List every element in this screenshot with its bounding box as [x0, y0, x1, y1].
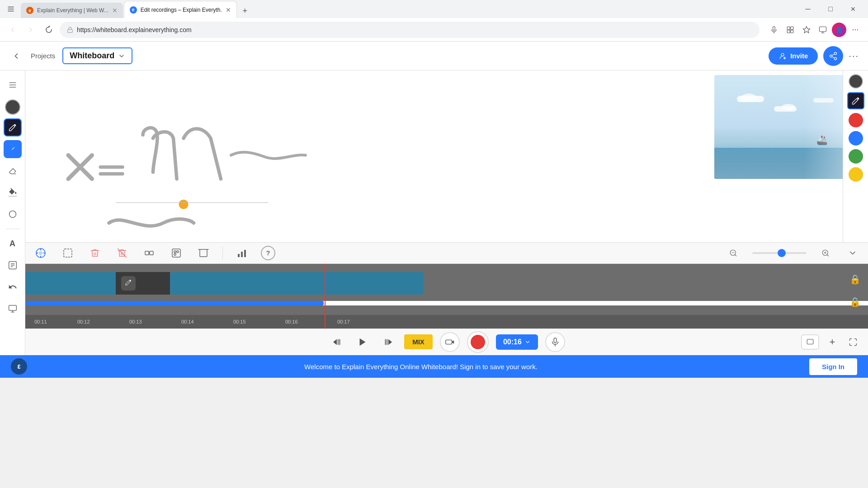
zoom-plus-icon[interactable]: [817, 245, 834, 261]
more-options-button[interactable]: ···: [849, 51, 859, 61]
add-track-button[interactable]: +: [825, 334, 840, 350]
browser-window: e Explain Everything | Web W... ✕ e Edit…: [0, 0, 868, 42]
url-text: https://whiteboard.explaineverything.com: [77, 26, 192, 33]
projects-link[interactable]: Projects: [31, 52, 55, 60]
color-swatch-yellow[interactable]: [849, 167, 863, 182]
svg-rect-68: [385, 339, 386, 345]
record-inner-dot: [471, 335, 485, 349]
tl-select-tool[interactable]: [33, 245, 49, 261]
svg-point-35: [39, 251, 42, 255]
svg-rect-0: [8, 7, 14, 8]
timeline-track-1: [25, 268, 868, 298]
back-button[interactable]: [5, 23, 20, 37]
timeline-expand-button[interactable]: [844, 245, 861, 261]
color-swatch-red[interactable]: [849, 113, 863, 127]
browser-more-button[interactable]: ···: [848, 23, 863, 37]
fast-forward-button[interactable]: [379, 333, 397, 351]
svg-line-18: [832, 56, 835, 58]
tl-group-button[interactable]: [168, 245, 184, 261]
color-swatch-black[interactable]: [849, 74, 863, 89]
ruler-mark-15: 00:15: [233, 319, 246, 324]
svg-rect-2: [8, 11, 14, 12]
zoom-minus-icon[interactable]: [725, 245, 741, 261]
back-to-projects-button[interactable]: [9, 49, 24, 63]
svg-marker-62: [333, 339, 337, 345]
camera-button[interactable]: [440, 332, 460, 352]
extensions-icon[interactable]: [783, 23, 797, 37]
svg-line-59: [827, 255, 828, 256]
playhead[interactable]: [325, 264, 326, 328]
maximize-button[interactable]: □: [820, 0, 841, 18]
whiteboard-label: Whiteboard: [70, 51, 114, 61]
favorites-star-icon[interactable]: [799, 23, 814, 37]
pen-tool-button[interactable]: [4, 118, 22, 136]
eraser-tool-button[interactable]: [4, 162, 22, 180]
fill-tool-button[interactable]: [4, 183, 22, 202]
tl-selection-box[interactable]: [60, 245, 76, 261]
ruler-mark-17: 00:17: [337, 319, 350, 324]
slide-panel-button[interactable]: [4, 300, 22, 318]
signin-button[interactable]: Sign In: [809, 358, 857, 375]
toolbar-menu-icon[interactable]: [4, 76, 22, 94]
tl-delete-button[interactable]: [87, 245, 103, 261]
sticker-tool-button[interactable]: [4, 256, 22, 274]
right-playback-controls: +: [801, 334, 861, 350]
tab1-close[interactable]: ✕: [112, 7, 118, 14]
lock-icon-2[interactable]: 🔒: [849, 296, 861, 307]
tl-split-button[interactable]: [141, 245, 157, 261]
close-button[interactable]: ✕: [843, 0, 863, 18]
mic-button[interactable]: [545, 332, 565, 352]
svg-marker-66: [388, 339, 392, 345]
ruler-mark-14: 00:14: [181, 319, 194, 324]
zoom-slider[interactable]: [752, 252, 807, 254]
svg-rect-1: [8, 9, 14, 9]
tab-inactive[interactable]: e Explain Everything | Web W... ✕: [21, 3, 123, 18]
collections-icon[interactable]: [816, 23, 830, 37]
shapes-tool-button[interactable]: [4, 205, 22, 223]
fullscreen-button[interactable]: [845, 334, 861, 350]
share-button[interactable]: [823, 46, 843, 66]
new-tab-button[interactable]: +: [238, 4, 252, 18]
lock-icon-1[interactable]: 🔒: [849, 274, 861, 285]
svg-rect-49: [200, 249, 207, 257]
whiteboard-title-button[interactable]: Whiteboard: [62, 47, 132, 64]
nav-bar: https://whiteboard.explaineverything.com…: [0, 18, 868, 42]
tl-help-button[interactable]: ?: [261, 246, 275, 260]
tl-chart-button[interactable]: [234, 245, 250, 261]
tl-delete-all-button[interactable]: [114, 245, 130, 261]
tab2-favicon: e: [130, 6, 137, 14]
play-button[interactable]: [354, 333, 372, 351]
highlighter-tool-button[interactable]: [4, 140, 22, 158]
forward-button[interactable]: [24, 23, 38, 37]
browser-menu-icon[interactable]: [5, 3, 17, 15]
tl-crop-button[interactable]: [195, 245, 212, 261]
reload-button[interactable]: [42, 23, 56, 37]
undo-button[interactable]: [4, 278, 22, 296]
invite-button[interactable]: Invite: [769, 47, 818, 65]
timeline-block-left[interactable]: [25, 272, 116, 295]
timeline-block-pencil[interactable]: [116, 272, 170, 295]
svg-rect-53: [241, 252, 243, 257]
record-button[interactable]: [467, 331, 489, 353]
text-tool-button[interactable]: A: [4, 235, 22, 253]
nav-right-icons: 👤 ···: [767, 23, 863, 37]
tab2-close[interactable]: ✕: [226, 6, 231, 14]
color-circle-button[interactable]: [5, 99, 20, 115]
minimize-button[interactable]: ─: [797, 0, 818, 18]
microphone-icon[interactable]: [767, 23, 781, 37]
timecode-button[interactable]: 00:16: [496, 334, 538, 350]
rewind-button[interactable]: [328, 333, 346, 351]
svg-rect-22: [9, 87, 16, 88]
canvas-viewport[interactable]: 🚢: [25, 70, 868, 242]
mix-button[interactable]: MIX: [404, 334, 433, 349]
tab-active[interactable]: e Edit recordings – Explain Everyth... ✕: [124, 1, 237, 18]
timeline-block-main[interactable]: [170, 272, 423, 295]
color-swatch-green[interactable]: [849, 149, 863, 164]
pen-color-button[interactable]: [847, 92, 864, 109]
color-swatch-blue[interactable]: [849, 131, 863, 145]
playback-controls: MIX 00:16 +: [25, 328, 868, 355]
address-bar[interactable]: https://whiteboard.explaineverything.com: [60, 22, 760, 38]
svg-rect-64: [340, 339, 340, 345]
add-slide-button[interactable]: [801, 334, 819, 350]
profile-avatar[interactable]: 👤: [832, 23, 846, 37]
